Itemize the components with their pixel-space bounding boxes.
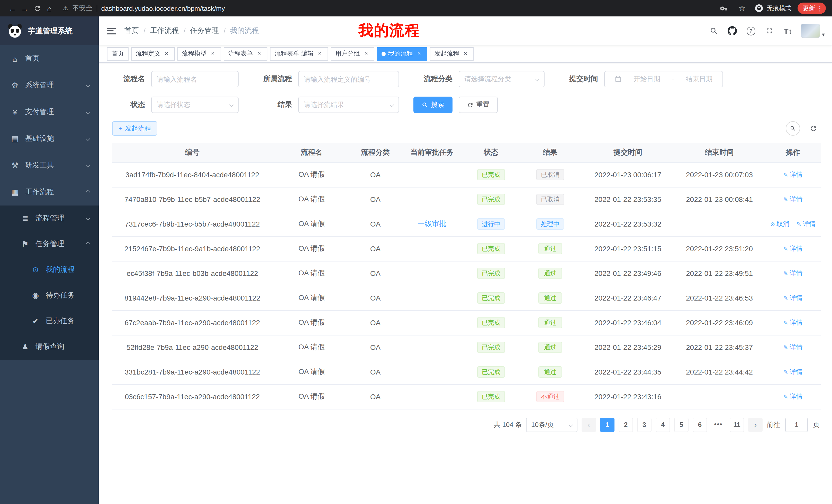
user-menu[interactable]: ▾ (801, 24, 825, 38)
cell-category: OA (351, 384, 400, 409)
logo-row[interactable]: 芋道管理系统 (0, 17, 99, 45)
sidebar-item[interactable]: ¥ 支付管理 (0, 99, 99, 125)
detail-action[interactable]: ✎ 详情 (783, 318, 802, 327)
sidebar-item[interactable]: ✔ 已办任务 (0, 308, 99, 334)
view-tab[interactable]: 我的流程 × (377, 47, 427, 60)
forward-icon[interactable]: → (19, 2, 31, 15)
detail-action[interactable]: ✎ 详情 (783, 393, 802, 401)
breadcrumb-item[interactable]: / 首页 (125, 26, 139, 35)
close-tab-icon[interactable]: × (462, 50, 469, 57)
close-tab-icon[interactable]: × (163, 50, 170, 57)
sidebar-item[interactable]: ⊙ 我的流程 (0, 257, 99, 283)
breadcrumb-label[interactable]: 我的流程 (230, 26, 259, 35)
chevron-icon (86, 216, 90, 221)
incognito-label: 无痕模式 (767, 4, 791, 12)
close-tab-icon[interactable]: × (209, 50, 216, 57)
view-tab[interactable]: 用户分组 × (331, 47, 374, 60)
sidebar-item[interactable]: ◉ 待办任务 (0, 283, 99, 308)
view-tab[interactable]: 流程表单 × (224, 47, 267, 60)
toggle-search-button[interactable] (786, 121, 800, 136)
fullscreen-icon[interactable] (764, 25, 775, 36)
hamburger-icon[interactable] (107, 27, 116, 34)
detail-action[interactable]: ✎ 详情 (797, 220, 815, 229)
page-number-button[interactable]: 3 (637, 417, 651, 432)
address-bar[interactable]: ⚠ 不安全 dashboard.yudao.iocoder.cn/bpm/tas… (63, 4, 225, 13)
sidebar-item[interactable]: ≣ 流程管理 (0, 205, 99, 231)
detail-action[interactable]: ✎ 详情 (783, 269, 802, 278)
select-caret-icon (229, 103, 234, 107)
help-icon[interactable]: ? (745, 25, 757, 36)
view-tab[interactable]: 流程模型 × (177, 47, 221, 60)
url-text[interactable]: dashboard.yudao.iocoder.cn/bpm/task/my (101, 4, 225, 12)
sidebar-item-label: 首页 (25, 54, 40, 63)
search-icon[interactable] (708, 25, 720, 36)
reload-icon[interactable] (31, 2, 43, 15)
category-select[interactable]: 请选择流程分类 (459, 71, 545, 87)
bookmark-star-icon[interactable]: ☆ (736, 2, 748, 15)
detail-action[interactable]: ✎ 详情 (783, 195, 802, 204)
sidebar-item[interactable]: ⚙ 系统管理 (0, 72, 99, 99)
prev-page-button[interactable]: ‹ (581, 417, 596, 432)
close-tab-icon[interactable]: × (316, 50, 323, 57)
close-tab-icon[interactable]: × (363, 50, 370, 57)
next-page-button[interactable]: › (748, 417, 762, 432)
github-icon[interactable] (727, 25, 738, 36)
browser-menu-icon[interactable]: ⋮ (816, 4, 823, 12)
tab-label: 流程表单-编辑 (275, 49, 314, 58)
breadcrumb-item[interactable]: / 任务管理 (179, 26, 219, 35)
sidebar-item[interactable]: ♟ 请假查询 (0, 334, 99, 360)
view-tab[interactable]: 首页 × (107, 47, 129, 60)
browser-home-icon[interactable]: ⌂ (43, 2, 55, 15)
page-number-button[interactable]: 1 (600, 417, 615, 432)
page-number-button[interactable]: 6 (693, 417, 707, 432)
process-name-input[interactable] (151, 71, 239, 87)
close-tab-icon[interactable]: × (415, 50, 423, 57)
detail-action[interactable]: ✎ 详情 (783, 294, 802, 303)
font-size-icon[interactable]: T↕ (782, 25, 794, 36)
reset-button[interactable]: 重置 (459, 96, 498, 113)
page-number-button[interactable]: 4 (656, 417, 670, 432)
avatar[interactable] (801, 24, 821, 38)
status-select[interactable]: 请选择状态 (151, 96, 239, 113)
view-tab[interactable]: 流程表单-编辑 × (270, 47, 328, 60)
sidebar-item[interactable]: ▦ 工作流程 (0, 179, 99, 205)
close-tab-icon[interactable]: × (256, 50, 263, 57)
goto-page-input[interactable] (785, 417, 808, 432)
app-title: 芋道管理系统 (28, 26, 73, 36)
breadcrumb-item[interactable]: / 我的流程 (219, 26, 259, 35)
refresh-table-button[interactable] (807, 122, 820, 135)
detail-action[interactable]: ✎ 详情 (783, 343, 802, 352)
breadcrumb-label[interactable]: 工作流程 (150, 26, 179, 35)
sidebar-item[interactable]: ⚒ 研发工具 (0, 152, 99, 179)
detail-action[interactable]: ✎ 详情 (783, 245, 802, 253)
detail-action[interactable]: ✎ 详情 (783, 171, 802, 179)
cell-current-task (400, 261, 464, 286)
search-button[interactable]: 搜索 (413, 96, 452, 113)
page-number-button[interactable]: 11 (730, 417, 744, 432)
view-tab[interactable]: 流程定义 × (131, 47, 175, 60)
sidebar-item[interactable]: ▤ 基础设施 (0, 125, 99, 152)
key-icon[interactable] (717, 2, 730, 15)
start-process-button[interactable]: + 发起流程 (112, 121, 158, 136)
start-date-placeholder[interactable]: 开始日期 (633, 75, 660, 84)
breadcrumb-item[interactable]: / 工作流程 (139, 26, 179, 35)
definition-input[interactable] (298, 71, 399, 87)
sidebar-item[interactable]: ⌂ 首页 (0, 45, 99, 72)
back-icon[interactable]: ← (6, 2, 19, 15)
sidebar-item[interactable]: ⚑ 任务管理 (0, 231, 99, 257)
end-date-placeholder[interactable]: 结束日期 (686, 75, 712, 84)
cancel-action[interactable]: ⊘ 取消 (770, 220, 789, 229)
page-number-button[interactable]: 2 (619, 417, 633, 432)
page-number-button[interactable]: ••• (711, 417, 726, 432)
page-number-button[interactable]: 5 (674, 417, 688, 432)
page-size-select[interactable]: 10条/页 (526, 417, 577, 432)
date-range-picker[interactable]: 开始日期 - 结束日期 (604, 71, 723, 87)
chevron-icon (86, 190, 90, 194)
breadcrumb-label[interactable]: 任务管理 (190, 26, 219, 35)
view-tab[interactable]: 发起流程 × (430, 47, 474, 60)
breadcrumb-label[interactable]: 首页 (125, 26, 139, 35)
task-link[interactable]: 一级审批 (418, 219, 446, 228)
result-select[interactable]: 请选择流结果 (298, 96, 399, 113)
update-button[interactable]: 更新 ⋮ (798, 3, 826, 14)
detail-action[interactable]: ✎ 详情 (783, 368, 802, 376)
